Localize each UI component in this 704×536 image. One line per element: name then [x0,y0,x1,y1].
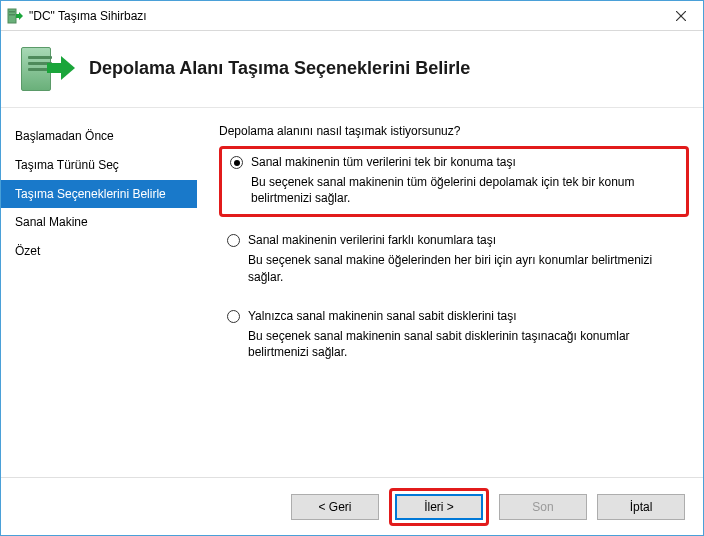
radio-icon[interactable] [230,156,243,169]
radio-icon[interactable] [227,310,240,323]
option-move-to-different-locations[interactable]: Sanal makinenin verilerini farklı konuml… [219,227,689,292]
option-title: Sanal makinenin verilerini farklı konuml… [248,233,496,247]
content-prompt: Depolama alanını nasıl taşımak istiyorsu… [219,124,689,138]
option-title: Yalnızca sanal makinenin sanal sabit dis… [248,309,517,323]
svg-rect-1 [9,11,15,13]
wizard-header: Depolama Alanı Taşıma Seçeneklerini Beli… [1,31,703,108]
button-label: < Geri [318,500,351,514]
close-icon [676,11,686,21]
option-description: Bu seçenek sanal makinenin tüm öğelerini… [251,174,678,206]
step-choose-move-type[interactable]: Taşıma Türünü Seç [1,151,197,180]
button-label: Son [532,500,553,514]
step-choose-move-options[interactable]: Taşıma Seçeneklerini Belirle [1,180,197,209]
page-title: Depolama Alanı Taşıma Seçeneklerini Beli… [89,58,470,79]
next-button[interactable]: İleri > [395,494,483,520]
cancel-button[interactable]: İptal [597,494,685,520]
window-title: "DC" Taşıma Sihirbazı [29,9,659,23]
option-description: Bu seçenek sanal makinenin sanal sabit d… [248,328,681,360]
step-virtual-machine[interactable]: Sanal Makine [1,208,197,237]
step-summary[interactable]: Özet [1,237,197,266]
step-before-you-begin[interactable]: Başlamadan Önce [1,122,197,151]
close-button[interactable] [659,1,703,31]
step-label: Başlamadan Önce [15,129,114,143]
back-button[interactable]: < Geri [291,494,379,520]
wizard-steps: Başlamadan Önce Taşıma Türünü Seç Taşıma… [1,108,197,477]
step-label: Sanal Makine [15,215,88,229]
option-move-only-vhds[interactable]: Yalnızca sanal makinenin sanal sabit dis… [219,303,689,368]
storage-move-options: Sanal makinenin tüm verilerini tek bir k… [219,146,689,368]
app-icon [7,8,23,24]
wizard-footer: < Geri İleri > Son İptal [1,477,703,535]
button-label: İptal [630,500,653,514]
option-title: Sanal makinenin tüm verilerini tek bir k… [251,155,516,169]
radio-icon[interactable] [227,234,240,247]
next-button-highlight: İleri > [389,488,489,526]
wizard-content: Depolama alanını nasıl taşımak istiyorsu… [197,108,703,477]
step-label: Taşıma Seçeneklerini Belirle [15,187,166,201]
step-label: Taşıma Türünü Seç [15,158,119,172]
button-label: İleri > [424,500,454,514]
wizard-header-icon [19,43,79,93]
wizard-body: Başlamadan Önce Taşıma Türünü Seç Taşıma… [1,108,703,477]
option-move-all-single-location[interactable]: Sanal makinenin tüm verilerini tek bir k… [219,146,689,217]
wizard-window: "DC" Taşıma Sihirbazı Depolama Alanı Taş… [0,0,704,536]
svg-rect-2 [9,14,15,16]
finish-button: Son [499,494,587,520]
step-label: Özet [15,244,40,258]
titlebar: "DC" Taşıma Sihirbazı [1,1,703,31]
option-description: Bu seçenek sanal makine öğelerinden her … [248,252,681,284]
